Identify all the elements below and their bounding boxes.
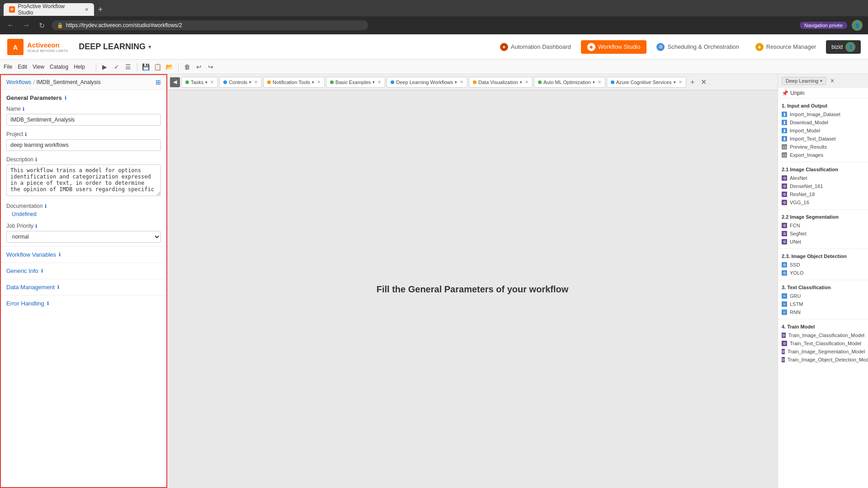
controls-dropdown[interactable]: ▾ bbox=[249, 80, 251, 84]
panel-close-btn[interactable]: ✕ bbox=[830, 78, 835, 84]
item-train-image-classification[interactable]: ⚙ Train_Image_Classification_Model bbox=[778, 331, 868, 339]
grid-view-button[interactable]: ⊞ bbox=[156, 79, 161, 86]
app-title-dropdown[interactable]: ▾ bbox=[148, 44, 151, 50]
basic-close[interactable]: ✕ bbox=[377, 80, 381, 84]
item-fcn[interactable]: ⚙ FCN bbox=[778, 221, 868, 230]
import-button[interactable]: 📂 bbox=[165, 62, 175, 72]
dl-close[interactable]: ✕ bbox=[460, 80, 463, 84]
deep-learning-tag[interactable]: Deep Learning ▾ bbox=[782, 77, 826, 85]
description-textarea[interactable] bbox=[6, 164, 161, 196]
job-priority-info-icon[interactable]: ℹ bbox=[35, 223, 37, 229]
documentation-info-icon[interactable]: ℹ bbox=[45, 203, 47, 209]
item-rnn[interactable]: ≡ RNN bbox=[778, 308, 868, 316]
item-lstm[interactable]: ≡ LSTM bbox=[778, 300, 868, 308]
menu-help[interactable]: Help bbox=[74, 64, 85, 70]
new-tab-button[interactable]: + bbox=[94, 3, 107, 16]
item-densenet[interactable]: ⚙ DenseNet_161 bbox=[778, 182, 868, 190]
dl-dropdown[interactable]: ▾ bbox=[455, 80, 457, 84]
tab-controls[interactable]: Controls ▾ ✕ bbox=[219, 77, 262, 88]
job-priority-select[interactable]: normal low high idle bbox=[6, 231, 161, 243]
workflow-variables-header[interactable]: Workflow Variables ℹ bbox=[1, 247, 166, 263]
delete-button[interactable]: 🗑 bbox=[182, 62, 192, 72]
azure-dropdown[interactable]: ▾ bbox=[674, 80, 676, 84]
item-train-text-classification[interactable]: ⚙ Train_Text_Classification_Model bbox=[778, 339, 868, 347]
data-management-header[interactable]: Data Management ℹ bbox=[1, 279, 166, 295]
tab-deep-learning-workflows[interactable]: Deep Learning Workflows ▾ ✕ bbox=[387, 77, 467, 88]
nav-workflow-studio[interactable]: ◆ Workflow Studio bbox=[581, 40, 647, 54]
save-button[interactable]: 💾 bbox=[141, 62, 151, 72]
item-yolo[interactable]: ⚙ YOLO bbox=[778, 269, 868, 277]
nav-automation-dashboard[interactable]: ● Automation Dashboard bbox=[494, 40, 577, 54]
name-input[interactable] bbox=[6, 114, 161, 126]
menu-catalog[interactable]: Catalog bbox=[50, 64, 68, 70]
item-train-image-object-detection[interactable]: ⚙ Train_Image_Object_Detection_Model bbox=[778, 356, 868, 364]
item-import-text-dataset[interactable]: ⬇ Import_Text_Dataset bbox=[778, 135, 868, 143]
basic-dropdown[interactable]: ▾ bbox=[373, 80, 375, 84]
tab-auto-ml[interactable]: Auto ML Optimization ▾ ✕ bbox=[534, 77, 605, 88]
documentation-link[interactable]: Undefined bbox=[6, 209, 42, 219]
item-ssd[interactable]: ⚙ SSD bbox=[778, 261, 868, 269]
item-gru[interactable]: ≡ GRU bbox=[778, 292, 868, 300]
tasks-close[interactable]: ✕ bbox=[210, 80, 214, 84]
notification-close[interactable]: ✕ bbox=[317, 80, 321, 84]
azure-close[interactable]: ✕ bbox=[679, 80, 682, 84]
description-info-icon[interactable]: ℹ bbox=[35, 157, 37, 163]
workflow-variables-info[interactable]: ℹ bbox=[59, 252, 61, 258]
dataviz-dropdown[interactable]: ▾ bbox=[520, 80, 522, 84]
name-info-icon[interactable]: ℹ bbox=[23, 106, 24, 112]
item-resnet[interactable]: ⚙ ResNet_18 bbox=[778, 190, 868, 198]
menu-edit[interactable]: Edit bbox=[18, 64, 27, 70]
project-input[interactable] bbox=[6, 139, 161, 151]
automl-dropdown[interactable]: ▾ bbox=[593, 80, 595, 84]
redo-button[interactable]: ↪ bbox=[206, 62, 216, 72]
dataviz-close[interactable]: ✕ bbox=[525, 80, 528, 84]
back-button[interactable]: ← bbox=[5, 21, 16, 29]
close-tabs-button[interactable]: ✕ bbox=[699, 77, 709, 87]
check-button[interactable]: ✓ bbox=[112, 62, 122, 72]
tab-tasks[interactable]: Tasks ▾ ✕ bbox=[181, 77, 218, 88]
item-import-image-dataset[interactable]: ⬇ Import_Image_Dataset bbox=[778, 110, 868, 118]
general-params-info-icon[interactable]: ℹ bbox=[65, 95, 66, 101]
tab-close-btn[interactable]: ✕ bbox=[85, 7, 89, 13]
item-train-image-segmentation[interactable]: ⚙ Train_Image_Segmentation_Model bbox=[778, 347, 868, 356]
controls-close[interactable]: ✕ bbox=[254, 80, 258, 84]
item-download-model[interactable]: ⬇ Download_Model bbox=[778, 118, 868, 127]
forward-button[interactable]: → bbox=[21, 21, 32, 29]
undo-button[interactable]: ↩ bbox=[194, 62, 204, 72]
tab-basic-examples[interactable]: Basic Examples ▾ ✕ bbox=[326, 77, 385, 88]
item-unet[interactable]: ⚙ UNet bbox=[778, 238, 868, 246]
tag-dropdown[interactable]: ▾ bbox=[820, 79, 822, 83]
add-tab-button[interactable]: + bbox=[688, 77, 698, 87]
nav-resource-manager[interactable]: ◈ Resource Manager bbox=[749, 40, 823, 54]
automl-close[interactable]: ✕ bbox=[598, 80, 601, 84]
reload-button[interactable]: ↻ bbox=[36, 21, 47, 30]
user-button[interactable]: bizid 👤 bbox=[826, 40, 861, 54]
address-input[interactable]: 🔒 https://trydev.activeeon.com/studio/#w… bbox=[52, 20, 368, 30]
save-as-button[interactable]: 📋 bbox=[153, 62, 163, 72]
active-tab[interactable]: P ProActive Workflow Studio ✕ bbox=[4, 3, 94, 16]
menu-view[interactable]: View bbox=[33, 64, 44, 70]
error-handling-header[interactable]: Error Handling ℹ bbox=[1, 296, 166, 311]
notification-dropdown[interactable]: ▾ bbox=[312, 80, 314, 84]
item-preview-results[interactable]: ▭ Preview_Results bbox=[778, 143, 868, 151]
breadcrumb-workflows[interactable]: Workflows bbox=[6, 79, 31, 85]
menu-file[interactable]: File bbox=[4, 64, 12, 70]
generic-info-icon-btn[interactable]: ℹ bbox=[41, 268, 43, 274]
unpin-button[interactable]: 📌 Unpin bbox=[778, 88, 868, 99]
run-button[interactable]: ▶ bbox=[100, 62, 110, 72]
tab-data-visualization[interactable]: Data Visualization ▾ ✕ bbox=[469, 77, 533, 88]
list-button[interactable]: ☰ bbox=[123, 62, 133, 72]
project-info-icon[interactable]: ℹ bbox=[25, 131, 27, 137]
generic-info-header[interactable]: Generic Info ℹ bbox=[1, 263, 166, 279]
item-export-images[interactable]: ▭ Export_Images bbox=[778, 151, 868, 159]
nav-scheduling[interactable]: ⚙ Scheduling & Orchestration bbox=[650, 40, 745, 54]
tasks-dropdown[interactable]: ▾ bbox=[205, 80, 208, 84]
error-handling-info-icon[interactable]: ℹ bbox=[47, 300, 49, 306]
tabs-collapse-btn[interactable]: ◀ bbox=[170, 77, 180, 87]
item-import-model[interactable]: ⬇ Import_Model bbox=[778, 127, 868, 135]
item-alexnet[interactable]: ⚙ AlexNet bbox=[778, 174, 868, 182]
tab-notification-tools[interactable]: Notification Tools ▾ ✕ bbox=[263, 77, 325, 88]
item-segnet[interactable]: ⚙ SegNet bbox=[778, 230, 868, 238]
item-vgg[interactable]: ⚙ VGG_16 bbox=[778, 198, 868, 206]
data-management-info-icon[interactable]: ℹ bbox=[57, 284, 59, 290]
